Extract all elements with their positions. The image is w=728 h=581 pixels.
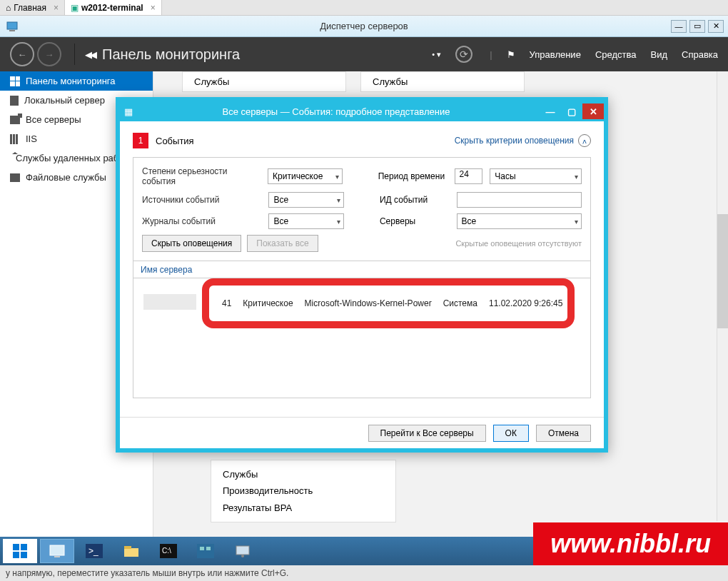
page-title: Панель мониторинга (102, 46, 240, 63)
dialog-minimize-button[interactable]: — (540, 103, 561, 119)
svg-rect-10 (124, 548, 138, 557)
svg-text:>_: >_ (89, 546, 98, 556)
window-title: Диспетчер серверов (320, 21, 408, 31)
card-services-2[interactable]: Службы (360, 71, 525, 92)
sources-select[interactable]: Все (268, 192, 344, 208)
svg-rect-7 (54, 556, 60, 557)
events-label: События (156, 136, 194, 146)
sidebar-item-dashboard[interactable]: Панель мониторинга (0, 71, 153, 91)
events-dialog: ▦ Все серверы — События: подробное предс… (116, 97, 608, 453)
taskbar-explorer[interactable] (114, 539, 148, 563)
card-line[interactable]: Службы (223, 466, 384, 483)
show-all-button[interactable]: Показать все (247, 235, 318, 252)
maximize-button[interactable]: ▭ (689, 20, 705, 33)
period-label: Период времени (378, 171, 448, 181)
dialog-titlebar: ▦ Все серверы — События: подробное предс… (120, 101, 604, 121)
home-icon: ⌂ (6, 3, 11, 13)
forward-button[interactable]: → (37, 42, 61, 66)
menu-view[interactable]: Вид (650, 49, 667, 60)
severity-select[interactable]: Критическое (268, 168, 343, 184)
menu-manage[interactable]: Управление (530, 49, 581, 60)
separator: | (490, 49, 492, 60)
card-summary: Службы Производительность Результаты BPA (211, 460, 396, 522)
grid-body: 41 Критическое Microsoft-Windows-Kernel-… (133, 278, 591, 398)
taskbar-cmd[interactable]: C:\ (151, 539, 186, 563)
cancel-button[interactable]: Отмена (536, 425, 591, 442)
taskbar-server-manager[interactable] (40, 539, 74, 563)
dropdown-caret[interactable]: • ▾ (432, 50, 441, 59)
dialog-close-button[interactable]: ✕ (582, 103, 604, 119)
window-titlebar: Диспетчер серверов — ▭ ✕ (0, 16, 728, 37)
sidebar-label: Все серверы (26, 114, 81, 125)
tab-label: w2012-terminal (81, 3, 143, 13)
svg-rect-3 (21, 544, 27, 550)
dialog-maximize-button[interactable]: ▢ (561, 103, 582, 119)
hide-criteria-link[interactable]: Скрыть критерии оповещения ʌ (455, 134, 591, 147)
close-button[interactable]: ✕ (708, 20, 724, 33)
tab-label: Главная (14, 3, 46, 13)
app-icon (6, 20, 19, 33)
logs-select[interactable]: Все (268, 213, 344, 229)
banner-text: www.nibbl.ru (550, 529, 711, 559)
svg-rect-11 (124, 546, 131, 549)
event-count-badge: 1 (133, 133, 148, 148)
chevron-up-icon: ʌ (578, 134, 591, 147)
close-icon[interactable]: × (54, 3, 59, 13)
card-line[interactable]: Результаты BPA (223, 500, 384, 516)
scrollbar-thumb[interactable] (717, 214, 728, 328)
cell-source: Microsoft-Windows-Kernel-Power (305, 298, 432, 308)
card-services-1[interactable]: Службы (182, 71, 346, 92)
severity-label: Степени серьезности события (142, 166, 261, 186)
taskbar-powershell[interactable]: >_ (77, 539, 111, 563)
period-unit-select[interactable]: Часы (490, 168, 582, 184)
svg-rect-1 (9, 30, 15, 31)
sidebar-label: Панель мониторинга (26, 76, 116, 86)
cell-id: 41 (222, 298, 231, 308)
browser-tabs: ⌂ Главная × ▣ w2012-terminal × (0, 0, 728, 16)
ok-button[interactable]: ОК (493, 425, 529, 442)
hide-alerts-button[interactable]: Скрыть оповещения (142, 235, 241, 252)
menu-tools[interactable]: Средства (595, 49, 637, 60)
cell-severity: Критическое (243, 298, 293, 308)
minimize-button[interactable]: — (671, 20, 687, 33)
breadcrumb-back[interactable]: ◀◀ (85, 49, 95, 60)
servers-icon (10, 116, 20, 124)
start-button[interactable] (3, 539, 37, 563)
dashboard-icon (10, 76, 20, 86)
event-row[interactable]: 41 Критическое Microsoft-Windows-Kernel-… (222, 298, 562, 308)
eventid-input[interactable] (457, 192, 582, 208)
taskbar-app1[interactable] (188, 539, 223, 563)
back-button[interactable]: ← (10, 42, 34, 66)
svg-rect-15 (200, 547, 204, 550)
cell-log: Система (443, 298, 477, 308)
taskbar-app2[interactable] (226, 539, 260, 563)
eventid-label: ИД событий (380, 195, 450, 205)
server-name-cell-blurred (143, 294, 196, 310)
svg-point-18 (241, 555, 244, 557)
dialog-footer: Перейти к Все серверы ОК Отмена (120, 417, 604, 448)
svg-rect-2 (13, 544, 19, 550)
servers-select[interactable]: Все (457, 213, 582, 229)
svg-text:C:\: C:\ (162, 547, 171, 555)
close-icon[interactable]: × (151, 3, 156, 13)
vertical-scrollbar[interactable] (717, 71, 728, 521)
sidebar-label: IIS (26, 133, 37, 144)
grid-header[interactable]: Имя сервера (133, 261, 591, 278)
refresh-icon[interactable]: ⟳ (455, 46, 472, 63)
card-line[interactable]: Производительность (223, 483, 384, 499)
browser-tab-home[interactable]: ⌂ Главная × (0, 0, 65, 15)
browser-tab-terminal[interactable]: ▣ w2012-terminal × (65, 0, 162, 15)
dialog-icon: ▦ (124, 106, 133, 117)
sidebar-label: Локальный сервер (24, 95, 105, 106)
none-hidden-label: Скрытые оповещения отсутствуют (455, 239, 582, 248)
menu-help[interactable]: Справка (682, 49, 718, 60)
file-icon (10, 173, 20, 182)
flag-icon[interactable]: ⚑ (507, 49, 515, 60)
period-input[interactable]: 24 (455, 168, 483, 184)
dialog-title: Все серверы — События: подробное предста… (133, 106, 540, 117)
svg-rect-17 (236, 546, 249, 555)
filter-panel: Степени серьезности события Критическое … (133, 157, 591, 261)
server-icon (10, 96, 19, 106)
sources-label: Источники событий (142, 195, 261, 205)
goto-servers-button[interactable]: Перейти к Все серверы (368, 425, 486, 442)
